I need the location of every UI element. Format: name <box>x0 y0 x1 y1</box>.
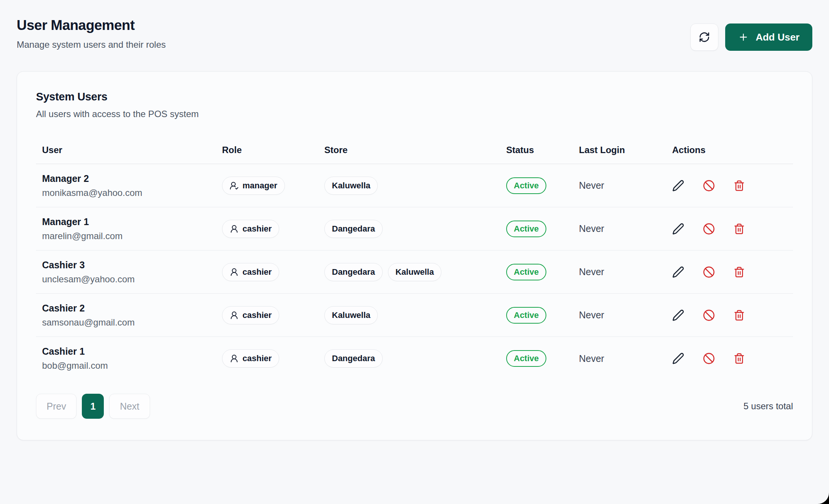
store-cell: Dangedara <box>324 220 506 238</box>
last-login-value: Never <box>579 353 666 364</box>
status-cell: Active <box>506 177 579 194</box>
role-cell: cashier <box>222 306 324 324</box>
user-icon <box>230 224 239 233</box>
store-badge: Kaluwella <box>324 177 378 195</box>
delete-user-button[interactable] <box>734 266 745 278</box>
edit-user-button[interactable] <box>672 223 684 235</box>
ban-icon <box>703 309 715 321</box>
status-badge: Active <box>506 307 546 324</box>
status-badge: Active <box>506 177 546 194</box>
role-label: cashier <box>242 224 272 234</box>
role-label: cashier <box>242 354 272 363</box>
pencil-icon <box>672 309 684 321</box>
user-email: monikasma@yahoo.com <box>42 188 222 198</box>
plus-icon <box>738 32 749 42</box>
store-cell: DangedaraKaluwella <box>324 263 506 281</box>
user-check-icon <box>230 181 239 190</box>
trash-icon <box>734 223 745 235</box>
actions-cell <box>666 223 793 235</box>
page-title-block: User Management Manage system users and … <box>17 17 166 50</box>
actions-cell <box>666 180 793 192</box>
user-icon <box>230 268 239 277</box>
store-badge: Dangedara <box>324 263 383 281</box>
role-badge: cashier <box>222 306 279 324</box>
status-cell: Active <box>506 264 579 280</box>
actions-cell <box>666 266 793 278</box>
role-badge: cashier <box>222 220 279 238</box>
store-badge: Kaluwella <box>324 306 378 324</box>
card-subtitle: All users with access to the POS system <box>36 109 793 119</box>
deactivate-user-button[interactable] <box>703 352 715 365</box>
table-body: Manager 2 monikasma@yahoo.com manager Ka… <box>36 164 793 380</box>
delete-user-button[interactable] <box>734 309 745 321</box>
users-total-label: 5 users total <box>743 401 793 412</box>
column-header-user: User <box>42 145 222 155</box>
trash-icon <box>734 352 745 365</box>
ban-icon <box>703 180 715 192</box>
edit-user-button[interactable] <box>672 309 684 321</box>
status-cell: Active <box>506 221 579 237</box>
pencil-icon <box>672 266 684 278</box>
user-email: marelin@gmail.com <box>42 231 222 241</box>
user-name: Manager 1 <box>42 216 222 227</box>
edit-user-button[interactable] <box>672 352 684 365</box>
prev-page-button[interactable]: Prev <box>36 394 77 419</box>
page-header: User Management Manage system users and … <box>17 17 812 51</box>
table-row: Cashier 3 unclesam@yahoo.com cashier Dan… <box>36 250 793 294</box>
store-badge: Dangedara <box>324 349 383 368</box>
last-login-value: Never <box>579 310 666 321</box>
store-badge: Kaluwella <box>388 263 441 281</box>
role-label: cashier <box>242 310 272 320</box>
user-cell: Manager 1 marelin@gmail.com <box>42 216 222 241</box>
user-management-page: User Management Manage system users and … <box>0 0 829 504</box>
table-row: Manager 2 monikasma@yahoo.com manager Ka… <box>36 164 793 207</box>
user-cell: Manager 2 monikasma@yahoo.com <box>42 173 222 198</box>
store-cell: Kaluwella <box>324 306 506 324</box>
deactivate-user-button[interactable] <box>703 309 715 321</box>
add-user-button[interactable]: Add User <box>725 23 812 51</box>
table-header-row: User Role Store Status Last Login Action… <box>36 136 793 164</box>
delete-user-button[interactable] <box>734 223 745 235</box>
deactivate-user-button[interactable] <box>703 180 715 192</box>
table-row: Cashier 2 samsonau@gmail.com cashier Kal… <box>36 294 793 337</box>
user-cell: Cashier 3 unclesam@yahoo.com <box>42 260 222 285</box>
user-name: Cashier 1 <box>42 346 222 357</box>
user-icon <box>230 354 239 363</box>
store-cell: Dangedara <box>324 349 506 368</box>
column-header-store: Store <box>324 145 506 155</box>
role-cell: cashier <box>222 220 324 238</box>
ban-icon <box>703 352 715 365</box>
add-user-label: Add User <box>755 31 799 43</box>
header-actions: Add User <box>690 23 812 51</box>
user-email: bob@gmail.com <box>42 360 222 371</box>
refresh-button[interactable] <box>690 23 718 51</box>
edit-user-button[interactable] <box>672 180 684 192</box>
delete-user-button[interactable] <box>734 352 745 365</box>
card-title: System Users <box>36 91 793 103</box>
deactivate-user-button[interactable] <box>703 266 715 278</box>
role-cell: manager <box>222 177 324 195</box>
delete-user-button[interactable] <box>734 180 745 192</box>
user-email: unclesam@yahoo.com <box>42 274 222 285</box>
user-icon <box>230 311 239 320</box>
store-badge: Dangedara <box>324 220 383 238</box>
pagination: Prev 1 Next <box>36 394 150 419</box>
role-cell: cashier <box>222 349 324 368</box>
next-page-button[interactable]: Next <box>109 394 150 419</box>
users-table: User Role Store Status Last Login Action… <box>36 136 793 380</box>
current-page-button[interactable]: 1 <box>82 394 104 419</box>
user-cell: Cashier 1 bob@gmail.com <box>42 346 222 371</box>
card-footer: Prev 1 Next 5 users total <box>36 394 793 419</box>
user-email: samsonau@gmail.com <box>42 317 222 328</box>
column-header-actions: Actions <box>666 145 793 155</box>
user-name: Cashier 2 <box>42 303 222 314</box>
pencil-icon <box>672 223 684 235</box>
actions-cell <box>666 309 793 321</box>
edit-user-button[interactable] <box>672 266 684 278</box>
ban-icon <box>703 223 715 235</box>
deactivate-user-button[interactable] <box>703 223 715 235</box>
table-row: Manager 1 marelin@gmail.com cashier Dang… <box>36 207 793 250</box>
refresh-icon <box>699 31 710 43</box>
trash-icon <box>734 309 745 321</box>
last-login-value: Never <box>579 266 666 277</box>
